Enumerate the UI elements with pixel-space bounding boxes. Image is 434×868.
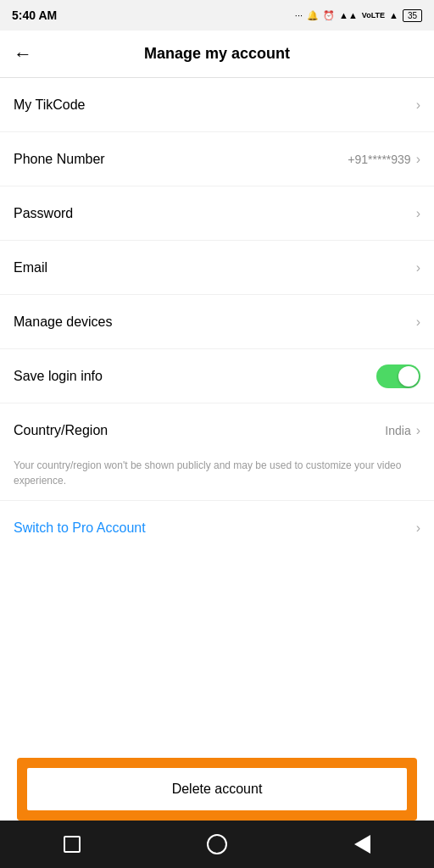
menu-item-phone-label: Phone Number <box>14 152 105 167</box>
chevron-right-icon: › <box>416 260 420 275</box>
alarm-icon: ⏰ <box>323 10 335 21</box>
delete-button-outer: Delete account <box>17 758 417 821</box>
mute-icon: 🔔 <box>307 10 319 21</box>
menu-list: My TikCode › Phone Number +91*****939 › … <box>0 78 434 501</box>
chevron-right-icon: › <box>416 152 420 167</box>
status-time: 5:40 AM <box>12 8 57 22</box>
back-button[interactable]: ← <box>14 43 32 65</box>
wifi-icon: ▲ <box>389 10 398 20</box>
menu-item-save-login-label: Save login info <box>14 369 103 384</box>
menu-item-password-right: › <box>416 206 420 221</box>
signal-icon: ▲▲ <box>339 10 358 20</box>
menu-item-country[interactable]: Country/Region India › <box>0 403 434 458</box>
delete-account-button[interactable]: Delete account <box>27 768 407 810</box>
menu-item-email-right: › <box>416 260 420 275</box>
menu-item-tik-code-label: My TikCode <box>14 97 85 113</box>
top-nav: ← Manage my account <box>0 31 434 78</box>
lte-icon: VoLTE <box>362 11 385 19</box>
menu-item-pro-account[interactable]: Switch to Pro Account › <box>0 501 434 555</box>
menu-item-country-right: India › <box>385 423 420 438</box>
menu-item-phone[interactable]: Phone Number +91*****939 › <box>0 132 434 186</box>
menu-item-email[interactable]: Email › <box>0 241 434 295</box>
battery-icon: 35 <box>403 9 422 22</box>
menu-item-password[interactable]: Password › <box>0 186 434 241</box>
menu-item-country-value: India <box>385 424 410 437</box>
menu-item-devices-label: Manage devices <box>14 314 113 330</box>
dots-icon: ··· <box>295 10 303 20</box>
country-description: Your country/region won't be shown publi… <box>0 458 434 500</box>
chevron-right-icon: › <box>416 520 420 536</box>
menu-item-password-label: Password <box>14 206 73 221</box>
menu-item-tik-code[interactable]: My TikCode › <box>0 78 434 132</box>
status-bar: 5:40 AM ··· 🔔 ⏰ ▲▲ VoLTE ▲ 35 <box>0 0 434 31</box>
square-icon <box>64 836 81 853</box>
menu-item-country-label: Country/Region <box>14 423 108 438</box>
triangle-icon <box>354 835 370 854</box>
menu-item-phone-right: +91*****939 › <box>348 152 420 167</box>
menu-item-tik-code-right: › <box>416 97 420 113</box>
bottom-nav-bar <box>0 821 434 868</box>
chevron-right-icon: › <box>416 314 420 330</box>
menu-item-devices[interactable]: Manage devices › <box>0 295 434 349</box>
menu-item-save-login[interactable]: Save login info <box>0 349 434 403</box>
menu-item-phone-value: +91*****939 <box>348 153 410 166</box>
delete-section: Delete account <box>0 758 434 821</box>
chevron-right-icon: › <box>416 423 420 438</box>
home-square-button[interactable] <box>64 836 81 853</box>
back-triangle-button[interactable] <box>354 835 370 854</box>
toggle-knob <box>398 366 419 387</box>
pro-account-label: Switch to Pro Account <box>14 520 146 536</box>
circle-icon <box>207 834 227 854</box>
chevron-right-icon: › <box>416 206 420 221</box>
chevron-right-icon: › <box>416 97 420 113</box>
country-section: Country/Region India › Your country/regi… <box>0 403 434 501</box>
back-arrow-icon: ← <box>14 43 32 65</box>
home-circle-button[interactable] <box>207 834 227 854</box>
menu-item-email-label: Email <box>14 260 47 275</box>
save-login-toggle[interactable] <box>376 364 420 388</box>
status-icons: ··· 🔔 ⏰ ▲▲ VoLTE ▲ 35 <box>295 9 422 22</box>
menu-item-devices-right: › <box>416 314 420 330</box>
page-title: Manage my account <box>144 45 290 63</box>
